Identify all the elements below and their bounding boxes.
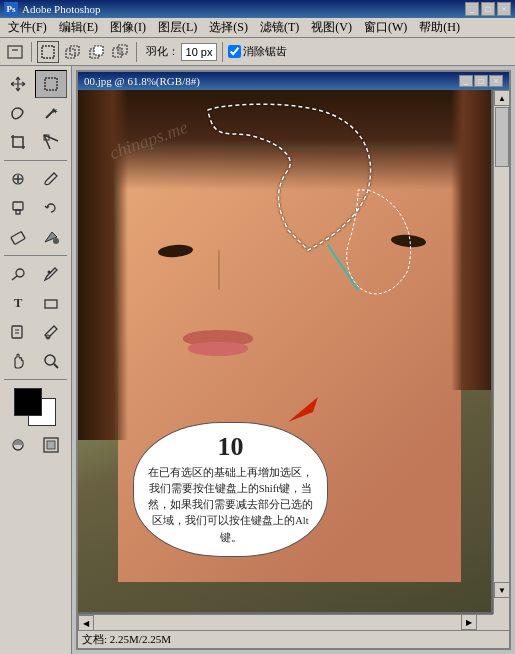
scroll-track-v	[494, 107, 509, 167]
tool-row-2	[2, 99, 69, 127]
scroll-right-button[interactable]: ▶	[461, 614, 477, 630]
document-window: 00.jpg @ 61.8%(RGB/8#) _ □ ×	[76, 70, 511, 650]
eyedropper-tool[interactable]	[35, 318, 67, 346]
svg-line-20	[12, 276, 17, 280]
svg-rect-9	[45, 78, 57, 90]
menu-window[interactable]: 窗口(W)	[358, 17, 413, 38]
antialias-label[interactable]: 消除锯齿	[228, 44, 287, 59]
svg-rect-31	[47, 441, 55, 449]
feather-label: 羽化：	[146, 44, 179, 59]
svg-point-18	[53, 238, 59, 244]
tool-row-8: T	[2, 289, 69, 317]
tool-row-9	[2, 318, 69, 346]
tool-row-1	[2, 70, 69, 98]
doc-close-button[interactable]: ×	[489, 75, 503, 87]
foreground-color-swatch[interactable]	[14, 388, 42, 416]
tool-divider-3	[4, 379, 67, 380]
window-controls: _ □ ×	[465, 2, 511, 16]
tool-row-10	[2, 347, 69, 375]
menu-select[interactable]: 选择(S)	[203, 17, 254, 38]
move-tool[interactable]	[2, 70, 34, 98]
eraser-tool[interactable]	[2, 223, 34, 251]
callout-container: 10 在已有选区的基础上再增加选区，我们需要按住键盘上的Shift键，当然，如果…	[133, 422, 328, 557]
magic-wand-tool[interactable]	[35, 99, 67, 127]
extra-tools	[2, 431, 69, 459]
horizontal-scrollbar[interactable]: ◀ ▶	[78, 614, 493, 630]
tool-divider-2	[4, 255, 67, 256]
feather-input[interactable]	[181, 43, 217, 61]
crop-tool[interactable]	[2, 128, 34, 156]
text-tool[interactable]: T	[2, 289, 34, 317]
menu-filter[interactable]: 滤镜(T)	[254, 17, 305, 38]
text-icon: T	[14, 295, 23, 311]
callout-text: 在已有选区的基础上再增加选区，我们需要按住键盘上的Shift键，当然，如果我们需…	[148, 465, 313, 546]
hair-top	[78, 90, 491, 190]
slice-tool[interactable]	[35, 128, 67, 156]
doc-area: 00.jpg @ 61.8%(RGB/8#) _ □ ×	[72, 66, 515, 654]
tool-row-5	[2, 194, 69, 222]
menu-layer[interactable]: 图层(L)	[152, 17, 203, 38]
svg-line-28	[54, 364, 58, 368]
svg-rect-0	[8, 46, 22, 58]
canvas-container: chinaps.me	[78, 90, 509, 630]
hair-right	[451, 90, 491, 390]
minimize-button[interactable]: _	[465, 2, 479, 16]
add-selection-button[interactable]	[61, 41, 83, 63]
menu-image[interactable]: 图像(I)	[104, 17, 152, 38]
toolbar-sep-2	[136, 42, 137, 62]
toolbox: T	[0, 66, 72, 654]
lasso-tool[interactable]	[2, 99, 34, 127]
app-icon: Ps	[4, 2, 18, 16]
scroll-left-button[interactable]: ◀	[78, 615, 94, 630]
shape-tool[interactable]	[35, 289, 67, 317]
brush-tool[interactable]	[35, 165, 67, 193]
svg-rect-17	[11, 232, 25, 245]
marquee-tool[interactable]	[35, 70, 67, 98]
hand-tool[interactable]	[2, 347, 34, 375]
tool-divider-1	[4, 160, 67, 161]
quickmask-tool[interactable]	[2, 431, 34, 459]
scroll-down-button[interactable]: ▼	[494, 582, 509, 598]
main-area: T	[0, 66, 515, 654]
status-text: 文档: 2.25M/2.25M	[82, 632, 171, 647]
doc-maximize-button[interactable]: □	[474, 75, 488, 87]
options-toolbar: 羽化： 消除锯齿	[0, 38, 515, 66]
scroll-corner	[493, 614, 509, 630]
tool-preset-button[interactable]	[4, 41, 26, 63]
tool-row-7	[2, 260, 69, 288]
vertical-scrollbar[interactable]: ▲ ▼	[493, 90, 509, 614]
menu-file[interactable]: 文件(F)	[2, 17, 53, 38]
maximize-button[interactable]: □	[481, 2, 495, 16]
menu-help[interactable]: 帮助(H)	[413, 17, 466, 38]
callout-number: 10	[148, 433, 313, 462]
tool-row-extra	[2, 431, 69, 459]
intersect-selection-button[interactable]	[109, 41, 131, 63]
screenmode-tool[interactable]	[35, 431, 67, 459]
doc-minimize-button[interactable]: _	[459, 75, 473, 87]
canvas[interactable]: chinaps.me	[78, 90, 491, 612]
stamp-tool[interactable]	[2, 194, 34, 222]
pen-tool[interactable]	[35, 260, 67, 288]
menu-view[interactable]: 视图(V)	[305, 17, 358, 38]
svg-point-21	[48, 271, 51, 274]
scroll-up-button[interactable]: ▲	[494, 90, 509, 106]
tool-row-6	[2, 223, 69, 251]
color-swatches[interactable]	[14, 388, 58, 426]
title-bar: Ps Adobe Photoshop _ □ ×	[0, 0, 515, 18]
history-brush-tool[interactable]	[35, 194, 67, 222]
tool-row-4	[2, 165, 69, 193]
new-selection-button[interactable]	[37, 41, 59, 63]
subtract-selection-button[interactable]	[85, 41, 107, 63]
svg-rect-1	[42, 46, 54, 58]
dodge-tool[interactable]	[2, 260, 34, 288]
scroll-thumb-v[interactable]	[495, 107, 509, 167]
fill-tool[interactable]	[35, 223, 67, 251]
antialias-checkbox[interactable]	[228, 45, 241, 58]
close-button[interactable]: ×	[497, 2, 511, 16]
menu-edit[interactable]: 编辑(E)	[53, 17, 104, 38]
heal-tool[interactable]	[2, 165, 34, 193]
zoom-tool[interactable]	[35, 347, 67, 375]
svg-rect-15	[13, 202, 23, 210]
notes-tool[interactable]	[2, 318, 34, 346]
toolbar-sep-3	[222, 42, 223, 62]
